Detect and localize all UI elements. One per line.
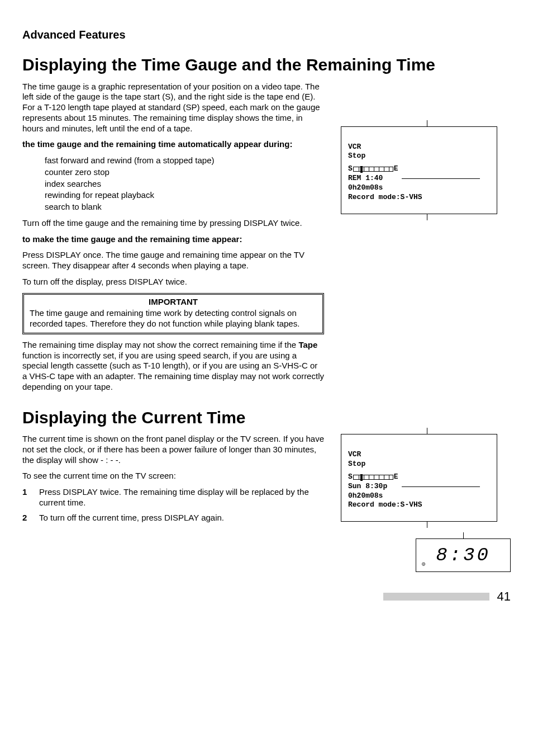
press-display-paragraph: Press DISPLAY once. The time gauge and r… <box>22 250 324 271</box>
important-body: The time gauge and remaining time work b… <box>30 308 317 329</box>
intro-paragraph: The time gauge is a graphic representati… <box>22 82 324 134</box>
list-item: search to blank <box>45 202 324 212</box>
list-item: 1 Press DISPLAY twice. The remaining tim… <box>22 487 324 508</box>
osd-record-mode: Record mode:S-VHS <box>348 193 490 202</box>
list-item: fast forward and rewind (from a stopped … <box>45 155 324 166</box>
osd-screenshot-clock: VCR Stop S E Sun 8:30p <box>341 434 497 522</box>
footer-decoration <box>383 593 489 601</box>
remaining-time-caveat: The remaining time display may not show … <box>22 340 324 393</box>
list-item: counter zero stop <box>45 167 324 178</box>
rec-indicator-icon: ⊙ <box>422 561 426 569</box>
page-number: 41 <box>497 589 511 604</box>
important-callout: IMPORTANT The time gauge and remaining t… <box>22 293 324 334</box>
time-gauge: S E <box>348 472 490 482</box>
osd-record-mode: Record mode:S-VHS <box>348 500 490 510</box>
auto-appear-list: fast forward and rewind (from a stopped … <box>22 155 324 212</box>
important-title: IMPORTANT <box>30 297 317 308</box>
turn-off-display-paragraph: To turn off the display, press DISPLAY t… <box>22 277 324 287</box>
auto-appear-label: the time gauge and the remaining time au… <box>22 139 324 150</box>
make-appear-label: to make the time gauge and the remaining… <box>22 234 324 245</box>
section-label: Advanced Features <box>22 28 511 42</box>
step-text: To turn off the current time, press DISP… <box>39 513 224 523</box>
step-number: 2 <box>22 513 39 523</box>
osd-screenshot-remaining: VCR Stop S E REM 1:40 <box>341 126 497 214</box>
lcd-time: 8:30 <box>436 544 491 568</box>
page-footer: 41 <box>22 589 511 604</box>
osd-line: Stop <box>348 152 490 161</box>
numbered-steps: 1 Press DISPLAY twice. The remaining tim… <box>22 487 324 523</box>
turn-off-paragraph: Turn off the time gauge and the remainin… <box>22 218 324 229</box>
see-current-time-label: To see the current time on the TV screen… <box>22 471 324 481</box>
list-item: rewinding for repeat playback <box>45 190 324 201</box>
front-panel-display: ⊙ 8:30 <box>416 538 511 572</box>
osd-counter: 0h20m08s <box>348 492 490 501</box>
step-text: Press DISPLAY twice. The remaining time … <box>39 487 324 508</box>
current-time-intro: The current time is shown on the front p… <box>22 434 324 465</box>
list-item: 2 To turn off the current time, press DI… <box>22 513 324 523</box>
osd-line: VCR <box>348 143 490 152</box>
heading-current-time: Displaying the Current Time <box>22 408 511 428</box>
osd-counter: 0h20m08s <box>348 183 490 193</box>
heading-time-gauge: Displaying the Time Gauge and the Remain… <box>22 55 511 75</box>
step-number: 1 <box>22 487 39 498</box>
list-item: index searches <box>45 179 324 190</box>
time-gauge: S E <box>348 164 490 174</box>
osd-line: VCR <box>348 450 490 460</box>
osd-line: Stop <box>348 460 490 469</box>
